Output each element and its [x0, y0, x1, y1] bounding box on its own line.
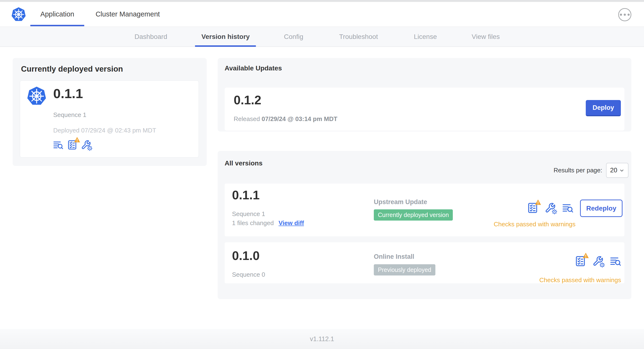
config-icon[interactable]	[81, 140, 91, 150]
preflight-checks-warning-icon[interactable]	[67, 140, 77, 150]
config-icon[interactable]	[545, 202, 556, 214]
row-sequence: Sequence 0	[232, 271, 265, 278]
tab-cluster-management[interactable]: Cluster Management	[92, 2, 164, 26]
tab-cluster-management-label: Cluster Management	[96, 10, 160, 18]
top-header: Application Cluster Management	[0, 2, 644, 27]
currently-deployed-card: Currently deployed version 0.1.1 Sequenc…	[13, 58, 207, 166]
warning-icon	[582, 252, 589, 258]
active-subnav-underline	[195, 45, 256, 47]
status-badge: Previously deployed	[374, 264, 436, 276]
released-date: 07/29/24 @ 03:14 pm MDT	[262, 115, 337, 122]
version-row-0-1-0: 0.1.0 Sequence 0 Online Install Previous…	[224, 242, 624, 283]
row-actions	[575, 256, 621, 267]
gear-icon	[552, 209, 557, 214]
logs-icon[interactable]	[562, 202, 573, 214]
row-actions	[527, 202, 573, 214]
results-per-page-label: Results per page:	[554, 166, 602, 174]
version-source: Online Install	[374, 253, 414, 260]
console-version: v1.112.1	[0, 329, 644, 349]
ellipsis-icon	[620, 14, 622, 16]
config-icon[interactable]	[592, 256, 604, 267]
version-source: Upstream Update	[374, 198, 427, 206]
deployed-sequence: Sequence 1	[53, 111, 86, 119]
view-diff-link[interactable]: View diff	[278, 220, 304, 226]
subnav-tab-troubleshoot[interactable]: Troubleshoot	[339, 27, 378, 46]
chevron-down-icon	[619, 168, 624, 173]
results-per-page: Results per page: 20	[554, 163, 628, 178]
checks-status[interactable]: Checks passed with warnings	[540, 276, 621, 284]
results-per-page-select[interactable]: 20	[606, 163, 628, 178]
row-version-number: 0.1.0	[232, 250, 260, 262]
deploy-button[interactable]: Deploy	[586, 100, 621, 116]
checks-status[interactable]: Checks passed with warnings	[494, 220, 576, 228]
update-released-timestamp: Released 07/29/24 @ 03:14 pm MDT	[234, 115, 337, 123]
deployed-version-number: 0.1.1	[53, 87, 83, 100]
update-version-number: 0.1.2	[234, 94, 261, 106]
subnav-tab-dashboard[interactable]: Dashboard	[134, 27, 167, 46]
warning-icon	[74, 136, 80, 143]
version-row-0-1-1: 0.1.1 Sequence 1 1 files changedView dif…	[224, 184, 624, 236]
all-versions-card: All versions Results per page: 20 0.1.1 …	[218, 151, 631, 299]
warning-icon	[535, 199, 541, 205]
subnav-tab-view-files[interactable]: View files	[472, 27, 500, 46]
row-version-number: 0.1.1	[232, 189, 260, 201]
kubernetes-logo-icon	[11, 6, 26, 22]
deployed-timestamp: Deployed 07/29/24 @ 02:43 pm MDT	[53, 127, 156, 134]
subnav-tab-license[interactable]: License	[414, 27, 437, 46]
status-badge: Currently deployed version	[374, 209, 453, 220]
more-menu-button[interactable]	[618, 8, 631, 21]
files-changed: 1 files changedView diff	[232, 220, 304, 227]
deployed-version-card: 0.1.1 Sequence 1 Deployed 07/29/24 @ 02:…	[20, 80, 199, 158]
logs-icon[interactable]	[610, 256, 621, 267]
update-row: 0.1.2 Released 07/29/24 @ 03:14 pm MDT D…	[224, 88, 624, 130]
active-tab-underline	[30, 25, 84, 26]
logs-icon[interactable]	[53, 140, 63, 150]
subnav-tab-version-history[interactable]: Version history	[202, 27, 250, 46]
currently-deployed-title: Currently deployed version	[21, 64, 123, 74]
window-edge	[0, 0, 644, 2]
deployed-version-actions	[53, 140, 91, 150]
preflight-checks-warning-icon[interactable]	[575, 256, 586, 267]
gear-icon	[87, 146, 92, 151]
preflight-checks-warning-icon[interactable]	[527, 202, 538, 214]
available-updates-card: Available Updates 0.1.2 Released 07/29/2…	[218, 58, 631, 132]
row-sequence: Sequence 1	[232, 210, 265, 218]
app-subnav: Dashboard Version history Config Trouble…	[0, 27, 644, 47]
tab-application[interactable]: Application	[30, 2, 84, 26]
kubernetes-app-icon	[26, 85, 47, 107]
subnav-tab-config[interactable]: Config	[284, 27, 304, 46]
results-per-page-value: 20	[610, 166, 617, 174]
available-updates-title: Available Updates	[224, 64, 282, 72]
all-versions-title: All versions	[224, 160, 262, 167]
gear-icon	[599, 262, 605, 268]
redeploy-button[interactable]: Redeploy	[580, 200, 622, 217]
app-window: Application Cluster Management Dashboard…	[0, 0, 644, 349]
tab-application-label: Application	[40, 10, 74, 18]
page-footer: v1.112.1	[0, 329, 644, 349]
